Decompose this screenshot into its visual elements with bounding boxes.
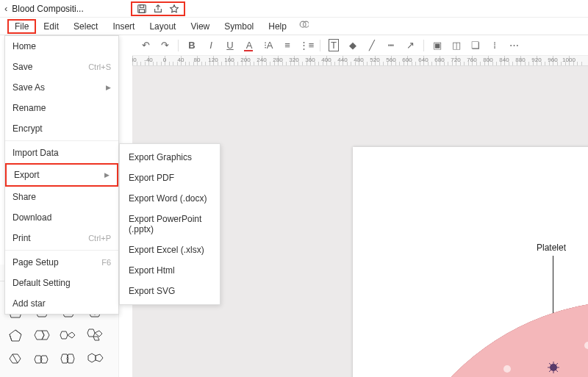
ring-shape[interactable] xyxy=(31,326,53,345)
line-icon[interactable]: ╱ xyxy=(365,38,379,53)
fill-icon[interactable]: ◆ xyxy=(345,38,360,53)
export-submenu: Export GraphicsExport PDFExport Word (.d… xyxy=(119,143,220,305)
ruler-label: 80 xyxy=(194,57,201,63)
menu-view[interactable]: View xyxy=(183,19,217,34)
menu-item-label: Save xyxy=(12,62,32,72)
submenu-item-export-powerpoint-pptx-[interactable]: Export PowerPoint (.pptx) xyxy=(120,209,220,240)
submenu-item-export-pdf[interactable]: Export PDF xyxy=(120,168,220,188)
italic-icon[interactable]: I xyxy=(204,38,218,53)
menu-insert[interactable]: Insert xyxy=(105,19,142,34)
chain-shape[interactable] xyxy=(31,349,53,368)
layers-icon[interactable]: ❏ xyxy=(468,38,483,53)
menu-item-label: Print xyxy=(12,233,31,243)
menu-item-add-star[interactable]: Add star xyxy=(5,293,118,314)
back-button[interactable]: ‹ xyxy=(4,3,7,14)
separator xyxy=(320,40,320,51)
separator xyxy=(423,40,424,51)
menu-item-label: Default Setting xyxy=(12,278,71,288)
menu-item-save[interactable]: SaveCtrl+S xyxy=(5,57,118,77)
menu-item-print[interactable]: PrintCtrl+P xyxy=(5,228,118,248)
menu-edit[interactable]: Edit xyxy=(36,19,66,34)
blood-diagram xyxy=(397,287,588,377)
file-menu-dropdown: HomeSaveCtrl+SSave As▶RenameEncryptImpor… xyxy=(4,35,119,315)
ruler-horizontal: -80-400408012016020024028032036040044048… xyxy=(132,56,588,66)
shortcut-hint: F6 xyxy=(101,258,111,267)
menu-item-save-as[interactable]: Save As▶ xyxy=(5,77,118,98)
underline-icon[interactable]: U xyxy=(223,38,237,53)
svg-line-30 xyxy=(10,334,12,341)
menu-item-label: Encrypt xyxy=(12,123,43,134)
svg-line-31 xyxy=(15,330,21,334)
menu-item-encrypt[interactable]: Encrypt xyxy=(5,118,118,139)
svg-marker-37 xyxy=(95,331,102,337)
menu-item-share[interactable]: Share xyxy=(5,187,118,207)
menu-item-default-setting[interactable]: Default Setting xyxy=(5,273,118,293)
menu-layout[interactable]: Layout xyxy=(142,19,183,34)
undo-icon[interactable]: ↶ xyxy=(138,38,153,53)
svg-rect-2 xyxy=(140,10,145,12)
menu-item-label: Export xyxy=(14,170,40,180)
menu-item-label: Add star xyxy=(12,298,46,309)
svg-line-40 xyxy=(12,354,18,363)
svg-marker-45 xyxy=(88,353,96,362)
document-title: Blood Compositi... xyxy=(12,4,83,14)
shortcut-hint: Ctrl+S xyxy=(88,62,111,71)
submenu-item-export-svg[interactable]: Export SVG xyxy=(120,281,220,301)
font-color-icon[interactable]: A xyxy=(242,38,257,53)
align-icon[interactable]: ≡ xyxy=(280,38,295,53)
menu-help[interactable]: Help xyxy=(261,19,294,34)
menu-item-label: Home xyxy=(12,41,36,51)
line-dash-icon[interactable]: ┅ xyxy=(384,38,398,53)
bold-icon[interactable]: B xyxy=(184,38,199,53)
submenu-item-export-graphics[interactable]: Export Graphics xyxy=(120,147,220,168)
fused-ring-shape[interactable] xyxy=(57,326,79,345)
redo-icon[interactable]: ↷ xyxy=(157,38,172,53)
title-bar: ‹ Blood Compositi... xyxy=(0,0,588,18)
svg-marker-36 xyxy=(87,329,95,337)
menu-item-label: Share xyxy=(12,192,36,202)
menu-item-home[interactable]: Home xyxy=(5,36,118,57)
bicycle-shape[interactable] xyxy=(4,349,26,368)
menu-item-label: Rename xyxy=(12,103,46,113)
toolbar: ↶ ↷ B I U A ⁝A ≡ ⋮≡ T ◆ ╱ ┅ ↗ ▣ ◫ ❏ ⁞ ⋯ xyxy=(132,35,588,56)
connector-icon[interactable]: ↗ xyxy=(403,38,417,53)
list-icon[interactable]: ⋮≡ xyxy=(299,38,314,53)
menu-item-export[interactable]: Export▶ xyxy=(5,163,118,187)
more-icon[interactable]: ⋯ xyxy=(506,38,521,53)
platelet-label[interactable]: Platelet xyxy=(537,243,566,253)
menu-item-label: Download xyxy=(12,212,51,223)
arrange-icon[interactable]: ▣ xyxy=(430,38,445,53)
menu-item-download[interactable]: Download xyxy=(5,207,118,228)
svg-marker-34 xyxy=(60,331,68,339)
separator xyxy=(5,250,118,251)
svg-marker-35 xyxy=(68,332,75,338)
separator xyxy=(5,140,118,141)
cyclopentane-shape[interactable] xyxy=(4,326,26,345)
eyedropper-icon[interactable]: ⁞ xyxy=(487,38,502,53)
share-icon[interactable] xyxy=(150,3,166,15)
menu-file[interactable]: File xyxy=(7,19,36,34)
menu-item-page-setup[interactable]: Page SetupF6 xyxy=(5,252,118,273)
search-icon[interactable] xyxy=(298,20,309,32)
menu-item-rename[interactable]: Rename xyxy=(5,98,118,118)
naphthalene-shape[interactable] xyxy=(57,349,79,368)
text-tool-icon[interactable]: T xyxy=(326,38,341,53)
submenu-item-export-word-docx-[interactable]: Export Word (.docx) xyxy=(120,188,220,209)
group-icon[interactable]: ◫ xyxy=(449,38,464,53)
menu-item-label: Save As xyxy=(12,82,45,93)
submenu-item-export-html[interactable]: Export Html xyxy=(120,260,220,281)
star-icon[interactable] xyxy=(166,3,182,15)
save-icon[interactable] xyxy=(134,3,150,15)
font-size-icon[interactable]: ⁝A xyxy=(261,38,276,53)
submenu-item-export-excel-xlsx-[interactable]: Export Excel (.xlsx) xyxy=(120,240,220,260)
menu-item-import-data[interactable]: Import Data xyxy=(5,143,118,163)
svg-rect-1 xyxy=(140,5,143,8)
ruler-label: 0 xyxy=(163,57,166,63)
svg-marker-46 xyxy=(96,354,103,362)
ruler-label: -40 xyxy=(144,57,153,63)
complex-ring-shape[interactable] xyxy=(84,349,106,368)
triple-ring-shape[interactable] xyxy=(84,326,106,345)
menu-select[interactable]: Select xyxy=(66,19,105,34)
menu-item-label: Import Data xyxy=(12,148,59,158)
menu-symbol[interactable]: Symbol xyxy=(217,19,261,34)
